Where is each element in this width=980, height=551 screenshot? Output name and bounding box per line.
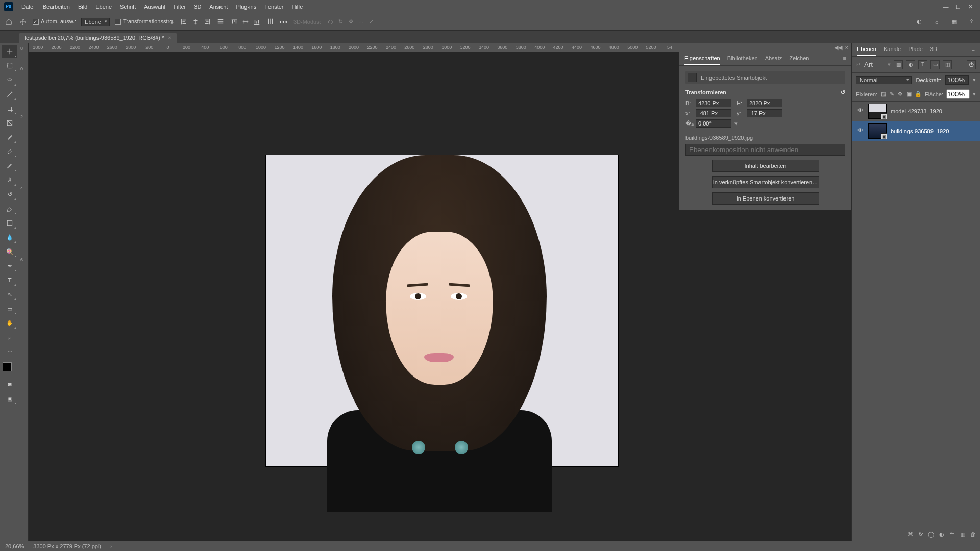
move-tool[interactable] [2, 45, 17, 58]
quickmask-button[interactable]: ◙ [2, 378, 17, 391]
share-icon[interactable]: ⇪ [967, 17, 976, 27]
tab-ebenen[interactable]: Ebenen [857, 46, 876, 56]
gradient-tool[interactable] [2, 216, 17, 230]
dodge-tool[interactable]: 🍭 [2, 245, 17, 258]
distribute-h-button[interactable] [217, 18, 224, 26]
shape-tool[interactable]: ▭ [2, 302, 17, 315]
adjustment-layer-icon[interactable]: ◐ [939, 531, 944, 538]
layer-name[interactable]: buildings-936589_1920 [891, 128, 949, 134]
eraser-tool[interactable] [2, 202, 17, 215]
menu-ebene[interactable]: Ebene [95, 4, 112, 10]
maximize-button[interactable]: ☐ [952, 2, 964, 11]
layer-row[interactable]: 👁 ▣ model-429733_1920 [852, 102, 980, 121]
layer-fx-icon[interactable]: fx [918, 531, 923, 538]
menu-bearbeiten[interactable]: Bearbeiten [43, 4, 70, 10]
visibility-icon[interactable]: 👁 [856, 127, 864, 135]
blend-mode-select[interactable]: Normal [856, 76, 912, 84]
align-top-button[interactable] [229, 17, 239, 27]
eyedropper-tool[interactable] [2, 131, 17, 144]
home-icon[interactable] [4, 17, 13, 27]
pen-tool[interactable]: ✒ [2, 259, 17, 272]
filter-shape-icon[interactable]: ▭ [930, 60, 940, 69]
convert-linked-button[interactable]: In verknüpftes Smartobjekt konvertieren… [712, 176, 819, 188]
auto-select-checkbox[interactable]: Autom. ausw.: [33, 18, 76, 25]
brush-tool[interactable] [2, 159, 17, 172]
tab-zeichen[interactable]: Zeichen [789, 55, 809, 65]
menu-bild[interactable]: Bild [78, 4, 87, 10]
panel-menu-icon[interactable]: ≡ [843, 55, 846, 65]
edit-toolbar-button[interactable]: ⋯ [2, 345, 17, 358]
menu-schrift[interactable]: Schrift [120, 4, 136, 10]
align-left-button[interactable] [179, 17, 189, 27]
filter-adjust-icon[interactable]: ◐ [906, 60, 915, 69]
new-layer-icon[interactable]: ▥ [960, 531, 965, 538]
tab-eigenschaften[interactable]: Eigenschaften [684, 55, 720, 65]
edit-contents-button[interactable]: Inhalt bearbeiten [712, 160, 819, 172]
delete-layer-icon[interactable]: 🗑 [970, 531, 976, 538]
filter-type-icon[interactable]: T [918, 60, 927, 69]
filter-smart-icon[interactable]: ◫ [943, 60, 952, 69]
layers-panel-menu-icon[interactable]: ≡ [972, 46, 975, 56]
x-input[interactable] [696, 109, 731, 117]
fg-bg-colors[interactable] [3, 362, 17, 377]
lock-all-icon[interactable]: 🔒 [915, 90, 922, 98]
layer-thumbnail[interactable]: ▣ [868, 123, 887, 139]
distribute-v-button[interactable] [267, 18, 274, 26]
search-icon[interactable]: ⌕ [932, 17, 941, 27]
crop-tool[interactable] [2, 102, 17, 115]
lock-pixels-icon[interactable]: ✎ [889, 90, 895, 98]
width-input[interactable] [696, 99, 731, 107]
fill-input[interactable] [946, 89, 970, 99]
opacity-dropdown-icon[interactable]: ▾ [973, 77, 976, 83]
layer-row[interactable]: 👁 ▣ buildings-936589_1920 [852, 121, 980, 141]
more-align-button[interactable]: ••• [279, 19, 288, 25]
history-brush-tool[interactable]: ↺ [2, 188, 17, 201]
hand-tool[interactable]: ✋ [2, 316, 17, 330]
reset-transform-icon[interactable]: ↺ [841, 89, 845, 96]
layer-thumbnail[interactable]: ▣ [868, 104, 887, 119]
rotate-input[interactable] [696, 119, 731, 128]
stamp-tool[interactable] [2, 173, 17, 187]
auto-select-scope[interactable]: Ebene [81, 18, 110, 26]
lock-transparency-icon[interactable]: ▨ [880, 90, 886, 98]
visibility-icon[interactable]: 👁 [856, 107, 864, 115]
fill-dropdown-icon[interactable]: ▾ [973, 91, 976, 97]
panel-collapse-icon[interactable]: ◀◀ [834, 44, 842, 51]
tab-absatz[interactable]: Absatz [765, 55, 782, 65]
filter-toggle-switch[interactable]: ⏻ [967, 60, 976, 69]
rotate-dropdown-icon[interactable]: ▾ [734, 120, 738, 127]
type-tool[interactable]: T [2, 273, 17, 287]
zoom-readout[interactable]: 20,66% [5, 543, 24, 549]
transform-controls-checkbox[interactable]: Transformationsstrg. [115, 18, 174, 25]
zoom-tool[interactable]: ⌕ [2, 331, 17, 344]
marquee-tool[interactable] [2, 59, 17, 72]
height-input[interactable] [747, 99, 782, 107]
frame-tool[interactable] [2, 116, 17, 130]
align-bottom-button[interactable] [252, 17, 262, 27]
menu-ansicht[interactable]: Ansicht [209, 4, 228, 10]
layer-mask-icon[interactable]: ◯ [928, 531, 934, 538]
minimize-button[interactable]: — [940, 2, 951, 11]
menu-auswahl[interactable]: Auswahl [144, 4, 165, 10]
menu-3d[interactable]: 3D [194, 4, 201, 10]
wand-tool[interactable] [2, 88, 17, 101]
tab-3d[interactable]: 3D [930, 46, 937, 56]
y-input[interactable] [747, 109, 782, 117]
opacity-input[interactable] [945, 75, 969, 85]
menu-datei[interactable]: Datei [21, 4, 35, 10]
menu-fenster[interactable]: Fenster [264, 4, 283, 10]
filter-kind-dropdown-icon[interactable]: ▾ [888, 61, 891, 68]
lock-artboard-icon[interactable]: ▣ [906, 90, 912, 98]
blur-tool[interactable]: 💧 [2, 231, 17, 244]
align-hcenter-button[interactable] [190, 17, 201, 27]
canvas-artboard[interactable] [266, 155, 618, 466]
tab-kanaele[interactable]: Kanäle [884, 46, 901, 56]
menu-hilfe[interactable]: Hilfe [291, 4, 303, 10]
close-tab-icon[interactable]: × [168, 35, 171, 41]
close-button[interactable]: ✕ [965, 2, 976, 11]
cloud-docs-icon[interactable]: ◐ [915, 17, 924, 27]
filter-pixel-icon[interactable]: ▧ [894, 60, 903, 69]
layer-filter-search[interactable] [856, 60, 885, 69]
lock-position-icon[interactable]: ✥ [898, 90, 903, 98]
align-vcenter-button[interactable] [240, 17, 251, 27]
